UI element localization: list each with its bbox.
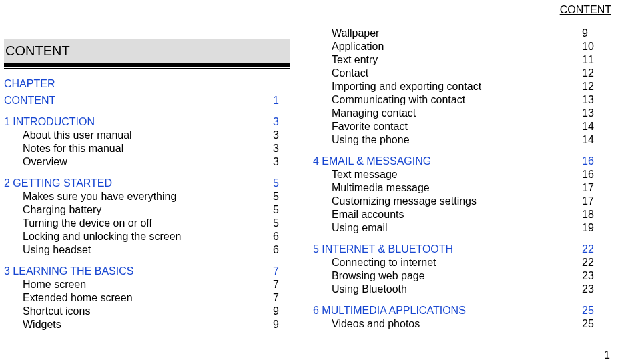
toc-entry-page: 3: [273, 142, 290, 155]
toc-subsection-group: Home screen7Extended home screen7Shortcu…: [23, 278, 290, 331]
right-chapters: 4 EMAIL & MESSAGING16Text message16Multi…: [313, 155, 599, 331]
toc-entry[interactable]: Widgets9: [23, 318, 290, 331]
toc-entry[interactable]: Wallpaper9: [332, 27, 599, 40]
toc-subsection-group: Connecting to internet22Browsing web pag…: [332, 256, 599, 296]
toc-entry[interactable]: Videos and photos25: [332, 317, 599, 331]
toc-chapter-page: 25: [582, 304, 599, 317]
toc-entry-name: Using headset: [23, 243, 273, 257]
toc-entry-page: 22: [582, 256, 599, 269]
toc-entry-name: Browsing web page: [332, 269, 582, 283]
toc-entry[interactable]: Text entry11: [332, 53, 599, 67]
chapter-label: CHAPTER: [4, 78, 290, 90]
toc-chapter-page: 22: [582, 243, 599, 256]
toc-entry-page: 25: [582, 317, 599, 331]
toc-entry-page: 17: [582, 195, 599, 208]
toc-entry[interactable]: Favorite contact14: [332, 120, 599, 133]
toc-entry-page: 6: [273, 243, 290, 257]
toc-entry-name: Makes sure you have everything: [23, 190, 273, 203]
toc-entry-name: Connecting to internet: [332, 256, 582, 269]
toc-chapter-name: CONTENT: [4, 94, 273, 107]
toc-entry-name: Favorite contact: [332, 120, 582, 133]
toc-entry-name: Charging battery: [23, 203, 273, 217]
toc-entry[interactable]: Extended home screen7: [23, 291, 290, 305]
toc-entry[interactable]: Shortcut icons9: [23, 305, 290, 318]
toc-entry-page: 5: [273, 203, 290, 217]
toc-chapter[interactable]: 1 INTRODUCTION3: [4, 115, 290, 129]
toc-entry-page: 19: [582, 221, 599, 235]
right-continuation-subs: Wallpaper9Application10Text entry11Conta…: [332, 27, 599, 147]
toc-entry[interactable]: Turning the device on or off5: [23, 217, 290, 230]
toc-entry-name: About this user manual: [23, 129, 273, 142]
toc-entry-name: Text message: [332, 168, 582, 181]
toc-entry[interactable]: Using headset6: [23, 243, 290, 257]
toc-entry[interactable]: Contact12: [332, 67, 599, 80]
toc-entry[interactable]: Overview3: [23, 155, 290, 169]
toc-chapter-page: 1: [273, 94, 290, 107]
toc-entry-page: 14: [582, 120, 599, 133]
title-thin-rule: [4, 68, 290, 69]
toc-entry[interactable]: Customizing message settings17: [332, 195, 599, 208]
columns: CONTENT CHAPTER CONTENT 1 1 INTRODUCTION…: [4, 27, 611, 347]
toc-entry-page: 5: [273, 217, 290, 230]
toc-entry-name: Videos and photos: [332, 317, 582, 331]
toc-entry-page: 9: [582, 27, 599, 40]
toc-entry-page: 5: [273, 190, 290, 203]
toc-entry[interactable]: Multimedia message17: [332, 181, 599, 195]
toc-entry-page: 17: [582, 181, 599, 195]
toc-entry-name: Home screen: [23, 278, 273, 291]
toc-entry-name: Using the phone: [332, 133, 582, 147]
toc-entry-page: 18: [582, 208, 599, 221]
toc-entry[interactable]: Locking and unlocking the screen6: [23, 230, 290, 243]
toc-chapter[interactable]: 3 LEARNING THE BASICS7: [4, 265, 290, 278]
toc-entry[interactable]: Application10: [332, 40, 599, 53]
toc-entry-page: 6: [273, 230, 290, 243]
page-number: 1: [604, 349, 610, 361]
toc-entry-name: Extended home screen: [23, 291, 273, 305]
toc-entry[interactable]: Connecting to internet22: [332, 256, 599, 269]
toc-entry[interactable]: Browsing web page23: [332, 269, 599, 283]
toc-chapter-name: 6 MULTIMEDIA APPLICATIONS: [313, 304, 582, 317]
toc-chapter-name: 5 INTERNET & BLUETOOTH: [313, 243, 582, 256]
toc-entry-name: Application: [332, 40, 582, 53]
toc-entry-name: Wallpaper: [332, 27, 582, 40]
toc-entry[interactable]: Using email19: [332, 221, 599, 235]
toc-entry-page: 16: [582, 168, 599, 181]
toc-chapter[interactable]: 6 MULTIMEDIA APPLICATIONS25: [313, 304, 599, 317]
toc-chapter[interactable]: 2 GETTING STARTED5: [4, 177, 290, 190]
toc-entry[interactable]: Home screen7: [23, 278, 290, 291]
toc-entry[interactable]: Makes sure you have everything5: [23, 190, 290, 203]
toc-entry-page: 13: [582, 93, 599, 107]
toc-chapter-content[interactable]: CONTENT 1: [4, 94, 290, 107]
toc-entry[interactable]: Managing contact13: [332, 107, 599, 120]
toc-chapter[interactable]: 4 EMAIL & MESSAGING16: [313, 155, 599, 168]
left-column: CONTENT CHAPTER CONTENT 1 1 INTRODUCTION…: [4, 27, 310, 347]
toc-entry[interactable]: Using the phone14: [332, 133, 599, 147]
toc-entry[interactable]: Charging battery5: [23, 203, 290, 217]
title-thick-rule: [4, 63, 290, 67]
toc-chapter-name: 4 EMAIL & MESSAGING: [313, 155, 582, 168]
toc-entry[interactable]: Notes for this manual3: [23, 142, 290, 155]
toc-entry-name: Turning the device on or off: [23, 217, 273, 230]
toc-chapter-page: 3: [273, 115, 290, 129]
toc-entry[interactable]: Communicating with contact13: [332, 93, 599, 107]
toc-entry-name: Locking and unlocking the screen: [23, 230, 273, 243]
toc-subsection-group: Text message16Multimedia message17Custom…: [332, 168, 599, 235]
toc-entry-name: Notes for this manual: [23, 142, 273, 155]
toc-entry-page: 12: [582, 80, 599, 93]
toc-chapter-name: 3 LEARNING THE BASICS: [4, 265, 273, 278]
toc-entry-page: 10: [582, 40, 599, 53]
toc-entry[interactable]: Importing and exporting contact12: [332, 80, 599, 93]
page: CONTENT 1 CONTENT CHAPTER CONTENT 1 1 IN…: [0, 0, 618, 364]
toc-entry-page: 9: [273, 318, 290, 331]
toc-entry[interactable]: About this user manual3: [23, 129, 290, 142]
toc-entry-page: 11: [582, 53, 599, 67]
toc-entry[interactable]: Text message16: [332, 168, 599, 181]
toc-chapter-page: 16: [582, 155, 599, 168]
toc-chapter[interactable]: 5 INTERNET & BLUETOOTH22: [313, 243, 599, 256]
toc-entry[interactable]: Email accounts18: [332, 208, 599, 221]
toc-entry-page: 9: [273, 305, 290, 318]
toc-entry-name: Customizing message settings: [332, 195, 582, 208]
toc-entry-name: Managing contact: [332, 107, 582, 120]
toc-chapter-name: 1 INTRODUCTION: [4, 115, 273, 129]
toc-entry[interactable]: Using Bluetooth23: [332, 283, 599, 296]
